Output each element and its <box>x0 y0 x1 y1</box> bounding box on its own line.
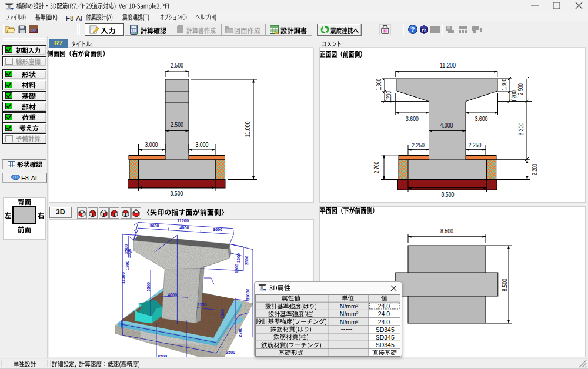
svg-text:4.000: 4.000 <box>440 122 453 129</box>
svg-text:11.200: 11.200 <box>440 62 456 69</box>
svg-text:8500: 8500 <box>158 354 167 357</box>
svg-text:1.300: 1.300 <box>375 79 382 90</box>
svg-text:2.500: 2.500 <box>517 83 524 95</box>
svg-text:1200: 1200 <box>125 261 130 270</box>
svg-text:11000: 11000 <box>245 289 250 300</box>
svg-text:11200: 11200 <box>177 219 189 223</box>
svg-text:2250: 2250 <box>197 302 206 307</box>
svg-text:4000: 4000 <box>179 225 189 230</box>
svg-text:2500: 2500 <box>244 256 249 265</box>
svg-text:2500: 2500 <box>220 309 225 318</box>
svg-text:11.000: 11.000 <box>244 121 251 137</box>
svg-text:2.250: 2.250 <box>469 142 482 149</box>
svg-text:23: 23 <box>31 28 37 33</box>
svg-text:2.700: 2.700 <box>373 162 380 173</box>
svg-text:1300: 1300 <box>236 253 241 263</box>
svg-text:2.250: 2.250 <box>412 142 425 149</box>
svg-text:6.300: 6.300 <box>517 122 524 135</box>
svg-text:8.500: 8.500 <box>440 227 453 234</box>
svg-text:F8: F8 <box>422 29 426 33</box>
svg-text:1300: 1300 <box>126 249 132 258</box>
svg-text:3.600: 3.600 <box>475 115 488 122</box>
svg-text:8.500: 8.500 <box>501 279 508 291</box>
svg-text:8.500: 8.500 <box>442 191 455 198</box>
svg-text:2.200: 2.200 <box>531 163 538 175</box>
svg-text:?: ? <box>411 26 415 33</box>
svg-text:6300: 6300 <box>146 282 151 291</box>
svg-text:3600: 3600 <box>213 227 222 232</box>
svg-text:3.000: 3.000 <box>196 141 209 148</box>
svg-text:8.500: 8.500 <box>171 190 183 197</box>
svg-text:3.600: 3.600 <box>406 115 419 122</box>
svg-text:11000: 11000 <box>121 272 126 284</box>
svg-text:2.500: 2.500 <box>171 121 183 128</box>
svg-text:1.300: 1.300 <box>500 79 507 90</box>
svg-text:2200: 2200 <box>238 327 243 337</box>
svg-text:1.200: 1.200 <box>385 91 392 103</box>
svg-text:2.500: 2.500 <box>171 62 183 69</box>
svg-text:2500: 2500 <box>226 350 235 355</box>
svg-text:1200: 1200 <box>234 264 239 273</box>
svg-text:3600: 3600 <box>149 223 159 229</box>
svg-text:3.000: 3.000 <box>145 141 158 148</box>
svg-text:4000: 4000 <box>168 292 177 297</box>
